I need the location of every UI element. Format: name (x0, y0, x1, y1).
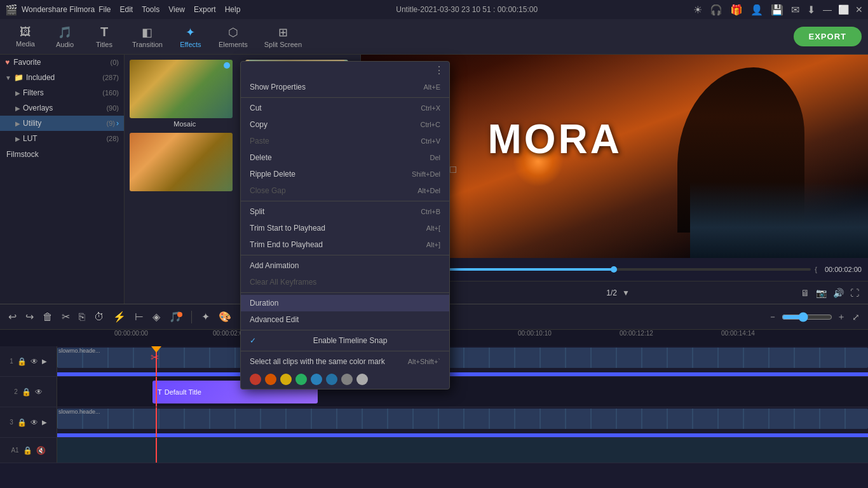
panel-lut[interactable]: ▶ LUT (28) (0, 131, 124, 146)
menu-edit[interactable]: Edit (120, 5, 133, 14)
speed-icon[interactable]: ⚡ (111, 309, 128, 325)
color-light-gray[interactable] (356, 374, 368, 385)
audio-mute-icon[interactable]: 🔇 (36, 446, 46, 455)
volume-icon[interactable]: 🔊 (833, 288, 844, 298)
zoom-slider[interactable] (782, 312, 832, 322)
zoom-fit-icon[interactable]: ⤢ (850, 310, 862, 324)
title-clip-icon: T (158, 388, 162, 396)
track-lock-icon-title[interactable]: 🔒 (22, 388, 31, 396)
user-icon: 👤 (750, 4, 763, 16)
playhead-track-title (156, 377, 157, 407)
minimize-button[interactable]: — (823, 4, 832, 15)
track-lock-icon-3[interactable]: 🔒 (17, 418, 27, 427)
track-speaker-icon-3[interactable]: ▶ (42, 419, 47, 426)
track-speaker-icon-1[interactable]: ▶ (42, 358, 47, 365)
track-eye-icon-title[interactable]: 👁 (35, 388, 43, 396)
toolbar-transition[interactable]: ◧ Transition (125, 23, 170, 51)
effects-toggle-icon[interactable]: ✦ (200, 309, 212, 325)
menu-tools[interactable]: Tools (142, 5, 159, 14)
color-yellow[interactable] (280, 374, 292, 385)
menu-file[interactable]: File (98, 5, 111, 14)
color-green[interactable] (295, 374, 307, 385)
cut-clip-icon[interactable]: ✂ (60, 309, 72, 325)
track-audio-content[interactable] (57, 438, 868, 463)
timer-icon[interactable]: ⏱ (92, 309, 106, 325)
color-dark-blue[interactable] (326, 374, 337, 385)
titlebar: 🎬 Wondershare Filmora File Edit Tools Vi… (0, 0, 868, 19)
maximize-button[interactable]: ⬜ (838, 4, 849, 15)
preview-indicator (450, 166, 456, 173)
cm-delete[interactable]: Delete Del (241, 149, 449, 166)
track-eye-icon-1[interactable]: 👁 (31, 357, 38, 366)
cm-sep5 (241, 330, 449, 330)
window-controls[interactable]: — ⬜ ✕ (823, 4, 863, 15)
progress-thumb[interactable] (611, 266, 617, 273)
menu-help[interactable]: Help (225, 5, 241, 14)
toolbar-media[interactable]: 🖼 Media (6, 23, 44, 50)
delete-clip-icon[interactable]: 🗑 (41, 309, 55, 325)
cm-add-animation[interactable]: Add Animation (241, 257, 449, 274)
cm-select-color-clips[interactable]: Select all clips with the same color mar… (241, 353, 449, 370)
menu-export[interactable]: Export (194, 5, 216, 14)
audio-label: Audio (56, 41, 74, 48)
toolbar-audio[interactable]: 🎵 Audio (46, 23, 84, 51)
copy-clip-icon[interactable]: ⎘ (77, 309, 87, 325)
zoom-out-icon[interactable]: － (766, 309, 779, 325)
context-menu-ellipsis[interactable]: ⋮ (434, 64, 444, 76)
color-blue[interactable] (311, 374, 322, 385)
track-content-3[interactable]: slowmo.heade... (57, 407, 868, 437)
panel-filters[interactable]: ▶ Filters (160) (0, 85, 124, 100)
camera-icon[interactable]: 📷 (816, 288, 827, 298)
duration-label: Duration (250, 299, 278, 308)
keyframe-icon[interactable]: ◈ (151, 309, 162, 325)
split-icon[interactable]: ⊢ (133, 309, 146, 325)
toolbar-elements[interactable]: ⬡ Elements (211, 23, 255, 51)
mora-text: MORA (488, 116, 623, 163)
cm-trim-end[interactable]: Trim End to Playhead Alt+] (241, 236, 449, 253)
effect-3[interactable] (130, 133, 240, 193)
color-red[interactable] (250, 374, 261, 385)
trim-end-label: Trim End to Playhead (250, 240, 323, 249)
ruler-time-3: 00:00:10:10 (518, 330, 552, 337)
redo-icon[interactable]: ↪ (24, 309, 36, 325)
toolbar-titles[interactable]: T Titles (85, 22, 123, 51)
menu-bar[interactable]: File Edit Tools View Export Help (98, 5, 240, 14)
audio-clip-icon[interactable]: 🎵 (167, 309, 184, 324)
cm-enable-snap[interactable]: ✓ Enable Timeline Snap (241, 332, 449, 349)
cm-trim-start[interactable]: Trim Start to Playhead Alt+[ (241, 220, 449, 236)
color-grading-icon[interactable]: 🎨 (217, 309, 233, 325)
page-dropdown-icon[interactable]: ▼ (622, 288, 630, 297)
cm-split[interactable]: Split Ctrl+B (241, 203, 449, 220)
cm-duration[interactable]: Duration (241, 295, 449, 311)
cm-copy[interactable]: Copy Ctrl+C (241, 116, 449, 133)
cm-advanced-edit[interactable]: Advanced Edit (241, 311, 449, 328)
panel-overlays[interactable]: ▶ Overlays (90) (0, 100, 124, 116)
export-button[interactable]: EXPORT (794, 27, 862, 46)
mail-icon: ✉ (791, 4, 799, 16)
color-gray[interactable] (341, 374, 353, 385)
cm-ripple-delete[interactable]: Ripple Delete Shift+Del (241, 166, 449, 182)
fullscreen-icon[interactable]: ⛶ (850, 288, 859, 298)
cm-show-properties[interactable]: Show Properties Alt+E (241, 79, 449, 95)
panel-included[interactable]: ▼ 📁 Included (287) (0, 70, 124, 85)
split-label: Split (250, 207, 264, 216)
toolbar-effects[interactable]: ✦ Effects (172, 23, 210, 51)
color-orange[interactable] (265, 374, 276, 385)
undo-icon[interactable]: ↩ (6, 309, 18, 325)
zoom-in-icon[interactable]: ＋ (835, 309, 848, 325)
track-lock-icon-1[interactable]: 🔒 (17, 357, 27, 366)
filmstock-item[interactable]: Filmstock (0, 146, 124, 163)
monitor-icon[interactable]: 🖥 (801, 288, 810, 298)
track-content-title[interactable]: T Default Title (57, 377, 868, 407)
cm-cut[interactable]: Cut Ctrl+X (241, 100, 449, 116)
panel-utility[interactable]: ▶ Utility (9) › (0, 116, 124, 131)
track-content-1[interactable]: slowmo.heade... ✂ (57, 346, 868, 376)
effect-mosaic[interactable]: Mosaic (130, 60, 240, 128)
toolbar-split-screen[interactable]: ⊞ Split Screen (257, 23, 309, 51)
track-eye-icon-3[interactable]: 👁 (31, 418, 38, 427)
menu-view[interactable]: View (168, 5, 185, 14)
panel-favorite[interactable]: ♥ Favorite (0) (0, 55, 124, 70)
close-button[interactable]: ✕ (855, 4, 863, 15)
close-gap-label: Close Gap (250, 186, 286, 195)
audio-lock-icon[interactable]: 🔒 (23, 446, 32, 455)
